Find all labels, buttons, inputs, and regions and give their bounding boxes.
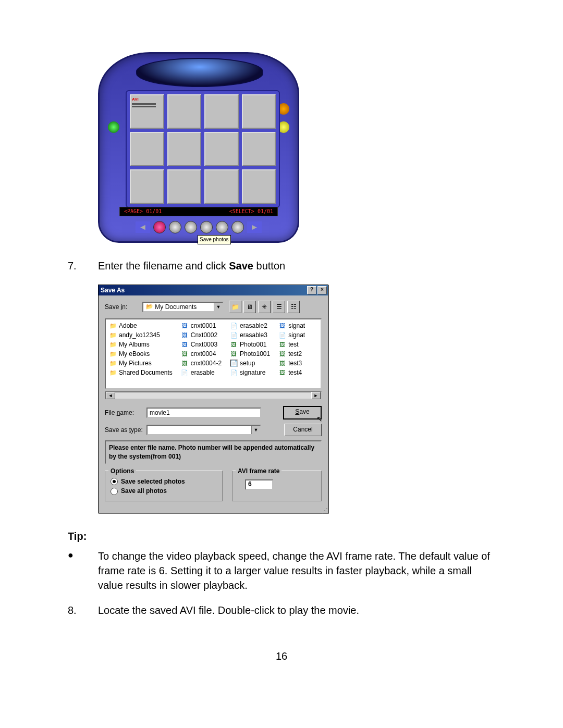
pdf-icon: 📄	[278, 331, 286, 339]
file-name: test4	[288, 368, 302, 377]
toolbar-icon	[185, 221, 197, 233]
scroll-left-icon[interactable]: ◄	[106, 392, 115, 399]
file-item[interactable]: 📄erasable3	[230, 331, 270, 339]
toolbar-icon	[216, 221, 228, 233]
thumbnail-empty	[167, 132, 202, 166]
folder-icon: 📁	[109, 369, 117, 376]
file-name: My Albums	[119, 340, 150, 349]
chevron-down-icon[interactable]: ▼	[251, 426, 260, 434]
resize-grip-icon[interactable]: ⋰	[99, 507, 328, 513]
filename-input[interactable]: movie1	[146, 408, 261, 418]
new-folder-icon[interactable]: ✳	[258, 301, 271, 313]
cancel-button[interactable]: Cancel	[284, 424, 322, 436]
file-name: Cnxt0002	[191, 331, 217, 339]
folder-icon: 📁	[109, 360, 117, 367]
bmp-icon: 🖼	[278, 322, 286, 329]
file-item[interactable]: 🖼Cnxt0003	[181, 340, 222, 349]
file-item[interactable]: 📁Adobe	[109, 322, 173, 330]
lcd-select: <SELECT> 01/01	[229, 208, 273, 215]
img-icon: 🖼	[230, 341, 238, 348]
file-name: signat	[288, 331, 305, 339]
dialog-title: Save As	[101, 286, 306, 295]
save-photos-tooltip: Save photos	[198, 235, 231, 244]
file-name: erasable	[191, 368, 215, 377]
step-text: Locate the saved AVI file. Double-click …	[98, 603, 359, 618]
file-name: signat	[288, 322, 305, 330]
file-list[interactable]: 📁Adobe📁andy_ko12345📁My Albums📁My eBooks📁…	[105, 318, 322, 389]
file-item[interactable]: 🖼test4	[278, 368, 305, 377]
thumbnail-avi: AVI	[130, 94, 164, 129]
avi-frame-rate-group: AVI frame rate 6	[232, 471, 322, 502]
img-icon: 🖼	[230, 350, 238, 357]
file-name: erasable2	[240, 322, 267, 330]
save-in-combo[interactable]: 📂 My Documents ▼	[142, 302, 224, 312]
img-icon: 🖼	[278, 350, 286, 357]
file-item[interactable]: 🖼cnxt0004	[181, 350, 222, 358]
file-item[interactable]: 📄signature	[230, 368, 270, 377]
file-item[interactable]: 📁My Albums	[109, 340, 173, 349]
save-type-label: Save as type:	[105, 426, 146, 435]
options-group: Options Save selected photos Save all ph…	[105, 471, 223, 502]
device-left-button	[108, 121, 119, 133]
step-text: Enter the filename and click Save button	[98, 258, 285, 273]
titlebar: Save As ? ×	[99, 285, 328, 295]
radio-icon	[111, 488, 118, 495]
thumbnail-empty	[204, 94, 239, 129]
pdf-icon: 📄	[230, 322, 238, 329]
list-view-icon[interactable]: ☰	[273, 301, 285, 313]
file-item[interactable]: 📁My eBooks	[109, 350, 173, 358]
horizontal-scrollbar[interactable]: ◄ ►	[105, 391, 322, 400]
file-item[interactable]: 🖼signat	[278, 322, 305, 330]
file-item[interactable]: 📁My Pictures	[109, 359, 173, 367]
file-item[interactable]: 🖼cnxt0001	[181, 322, 222, 330]
file-item[interactable]: 📁andy_ko12345	[109, 331, 173, 339]
step-8: 8. Locate the saved AVI file. Double-cli…	[68, 603, 495, 618]
close-button[interactable]: ×	[317, 286, 327, 294]
file-name: Photo1001	[240, 350, 270, 358]
file-item[interactable]: 🖼test2	[278, 350, 305, 358]
file-item[interactable]: 🖼Photo1001	[230, 350, 270, 358]
radio-save-selected[interactable]: Save selected photos	[111, 477, 217, 486]
details-view-icon[interactable]: ☷	[287, 301, 300, 313]
file-item[interactable]: 🖼Photo001	[230, 340, 270, 349]
radio-save-all[interactable]: Save all photos	[111, 487, 217, 496]
file-name: test2	[288, 350, 302, 358]
file-item[interactable]: 📄erasable	[181, 368, 222, 377]
filename-label: File name:	[105, 409, 146, 417]
img-icon: 🖼	[181, 350, 189, 357]
save-type-combo[interactable]: ▼	[146, 425, 261, 435]
folder-icon: 📂	[145, 303, 153, 311]
tip-text: To change the video playback speed, chan…	[98, 549, 495, 593]
file-item[interactable]: 📄signat	[278, 331, 305, 339]
file-name: Photo001	[240, 340, 266, 349]
device-display-dome	[136, 58, 263, 87]
thumbnail-empty	[167, 94, 202, 129]
file-item[interactable]: 🖼Cnxt0002	[181, 331, 222, 339]
device-toolbar: ◄ Save photos ►	[131, 218, 266, 236]
save-button[interactable]: Save ↖	[283, 406, 322, 419]
file-item[interactable]: 🖼cnxt0004-2	[181, 359, 222, 367]
frame-rate-input[interactable]: 6	[245, 479, 273, 490]
img-icon: 🖼	[181, 360, 189, 367]
file-name: cnxt0004	[191, 350, 216, 358]
lcd-page: <PAGE> 01/01	[124, 208, 162, 215]
save-photos-icon: Save photos	[200, 221, 213, 233]
file-name: My eBooks	[119, 350, 150, 358]
step-number: 8.	[68, 603, 98, 618]
hint-message: Please enter file name. Photo number wil…	[105, 440, 322, 464]
folder-up-icon[interactable]: 📁	[229, 301, 241, 313]
tip-item: ● To change the video playback speed, ch…	[68, 549, 495, 593]
file-item[interactable]: 📄erasable2	[230, 322, 270, 330]
thumbnail-empty	[204, 169, 239, 204]
toolbar-icon	[153, 221, 166, 233]
file-item[interactable]: 🖼test3	[278, 359, 305, 367]
desktop-icon[interactable]: 🖥	[243, 301, 256, 313]
scroll-right-icon[interactable]: ►	[311, 392, 321, 399]
file-item[interactable]: 🖼test	[278, 340, 305, 349]
file-item[interactable]: 📄setup	[230, 359, 270, 367]
file-item[interactable]: 📁Shared Documents	[109, 368, 173, 377]
thumbnail-empty	[242, 169, 276, 204]
help-button[interactable]: ?	[307, 286, 316, 294]
chevron-down-icon[interactable]: ▼	[214, 303, 223, 311]
save-as-dialog: Save As ? × Save in: 📂 My Documents ▼ 📁	[98, 285, 328, 513]
